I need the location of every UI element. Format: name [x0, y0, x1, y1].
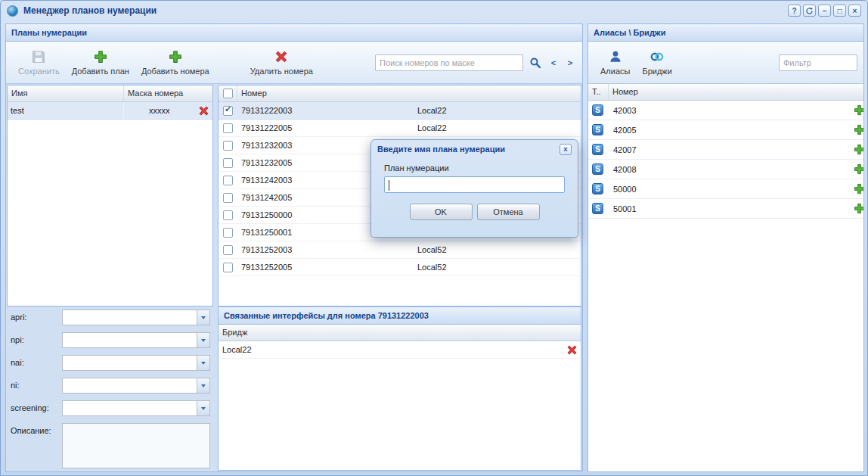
number-row[interactable]: 79131252005 Local52	[219, 259, 581, 276]
combo-trigger-button[interactable]	[197, 356, 209, 370]
number-checkbox[interactable]	[223, 141, 233, 151]
maximize-button[interactable]: □	[833, 5, 846, 17]
number-cell: 79131252003	[237, 245, 415, 254]
combo-trigger-button[interactable]	[197, 310, 209, 325]
number-row[interactable]: 79131252003 Local52	[219, 241, 581, 259]
dialog-body: План нумерации OK Отмена	[371, 158, 578, 220]
ni-combo[interactable]	[62, 378, 210, 394]
add-numbers-button[interactable]: Добавить номера	[135, 48, 215, 77]
plan-name-cell: test	[8, 102, 124, 119]
add-alias-icon[interactable]	[854, 104, 863, 117]
linked-interfaces-header: Связанные интерфейсы для номера 79131222…	[219, 307, 581, 325]
alias-row[interactable]: S 42003	[588, 101, 863, 120]
save-icon	[31, 49, 46, 64]
add-plan-label: Добавить план	[72, 67, 129, 76]
combo-trigger-button[interactable]	[197, 333, 209, 347]
prev-page-button[interactable]: <	[547, 56, 560, 70]
number-row[interactable]: 79131222003 Local22	[219, 102, 581, 120]
bridge-cell: Local52	[415, 263, 581, 272]
ok-button[interactable]: OK	[410, 204, 473, 220]
alias-number-cell: 42005	[613, 126, 637, 135]
field-label: npi:	[11, 332, 62, 344]
description-textarea[interactable]	[62, 423, 210, 468]
number-checkbox[interactable]	[223, 106, 233, 116]
column-header-name[interactable]: Имя	[8, 86, 124, 101]
form-row: npi:	[11, 332, 213, 348]
number-checkbox[interactable]	[223, 176, 233, 185]
sip-type-icon: S	[592, 163, 603, 175]
plans-grid-body: test xxxxx	[8, 102, 212, 120]
aliases-grid-header: Т.. Номер	[588, 84, 863, 101]
alias-row[interactable]: S 50000	[588, 179, 863, 199]
nai-combo-value	[63, 356, 197, 370]
alias-row[interactable]: S 42008	[588, 160, 863, 179]
cancel-button[interactable]: Отмена	[477, 204, 540, 220]
combo-trigger-button[interactable]	[197, 401, 209, 415]
aliases-tab-button[interactable]: Алиасы	[594, 48, 636, 77]
column-header-alias-number[interactable]: Номер	[609, 84, 863, 100]
search-icon[interactable]	[528, 55, 543, 70]
number-row[interactable]: 79131222005 Local22	[219, 120, 581, 137]
select-all-checkbox[interactable]	[223, 89, 233, 98]
plans-grid: Имя Маска номера test xxxxx	[7, 85, 213, 306]
form-row: apri:	[11, 310, 213, 325]
add-alias-icon[interactable]	[854, 203, 863, 215]
dialog-header[interactable]: Введите имя плана нумерации ×	[371, 140, 578, 158]
add-alias-icon[interactable]	[854, 144, 863, 156]
filter-input[interactable]	[779, 54, 857, 71]
add-alias-icon[interactable]	[854, 183, 863, 195]
alias-row[interactable]: S 50001	[588, 199, 863, 219]
delete-interface-icon[interactable]	[566, 344, 578, 356]
nai-combo[interactable]	[62, 355, 210, 371]
field-label: nai:	[11, 355, 62, 367]
plans-panel: Планы нумерации Сохранить Добавить план …	[5, 23, 583, 472]
apri-combo[interactable]	[62, 310, 210, 325]
number-checkbox[interactable]	[223, 263, 233, 272]
dialog-close-button[interactable]: ×	[560, 144, 572, 155]
bridge-cell: Local52	[415, 245, 581, 254]
window-titlebar[interactable]: Менеджер планов нумерации ? – □ ×	[1, 1, 867, 20]
delete-plan-icon[interactable]	[198, 105, 209, 117]
column-header-type[interactable]: Т..	[588, 84, 609, 100]
number-cell: 79131222005	[237, 123, 415, 132]
bridges-tab-button[interactable]: Бриджи	[636, 48, 677, 77]
number-checkbox[interactable]	[223, 193, 233, 203]
close-button[interactable]: ×	[848, 5, 861, 17]
plan-name-input[interactable]	[384, 176, 565, 193]
add-alias-icon[interactable]	[854, 124, 863, 136]
number-cell: 79131222003	[237, 106, 415, 115]
save-button[interactable]: Сохранить	[12, 48, 66, 77]
column-header-mask[interactable]: Маска номера	[124, 86, 212, 101]
number-checkbox[interactable]	[223, 228, 233, 238]
alias-number-cell: 42007	[613, 145, 637, 154]
interface-bridge-cell: Local22	[219, 345, 252, 354]
chevron-down-icon	[201, 362, 206, 365]
number-properties-form: apri: npi: nai:	[7, 306, 213, 471]
number-checkbox[interactable]	[223, 210, 233, 220]
chevron-down-icon	[201, 384, 206, 387]
number-checkbox[interactable]	[223, 245, 233, 255]
plan-row[interactable]: test xxxxx	[8, 102, 212, 120]
column-header-number[interactable]: Номер	[237, 86, 581, 101]
plans-panel-header: Планы нумерации	[6, 24, 582, 42]
interface-row[interactable]: Local22	[219, 341, 581, 359]
add-alias-icon[interactable]	[854, 163, 863, 176]
window-controls: ? – □ ×	[788, 5, 861, 17]
alias-number-cell: 42003	[613, 106, 637, 115]
add-plan-button[interactable]: Добавить план	[66, 48, 135, 77]
refresh-button[interactable]	[803, 5, 816, 17]
npi-combo[interactable]	[62, 332, 210, 348]
alias-row[interactable]: S 42007	[588, 140, 863, 160]
minimize-button[interactable]: –	[818, 5, 831, 17]
combo-trigger-button[interactable]	[197, 378, 209, 393]
alias-row[interactable]: S 42005	[588, 120, 863, 140]
next-page-button[interactable]: >	[564, 56, 576, 70]
number-checkbox[interactable]	[223, 158, 233, 168]
search-input[interactable]	[375, 54, 523, 71]
help-button[interactable]: ?	[788, 5, 801, 17]
delete-numbers-button[interactable]: Удалить номера	[244, 48, 319, 77]
sip-type-icon: S	[592, 124, 603, 135]
screening-combo[interactable]	[62, 400, 210, 416]
column-header-bridge[interactable]: Бридж	[219, 325, 581, 341]
number-checkbox[interactable]	[223, 123, 233, 133]
